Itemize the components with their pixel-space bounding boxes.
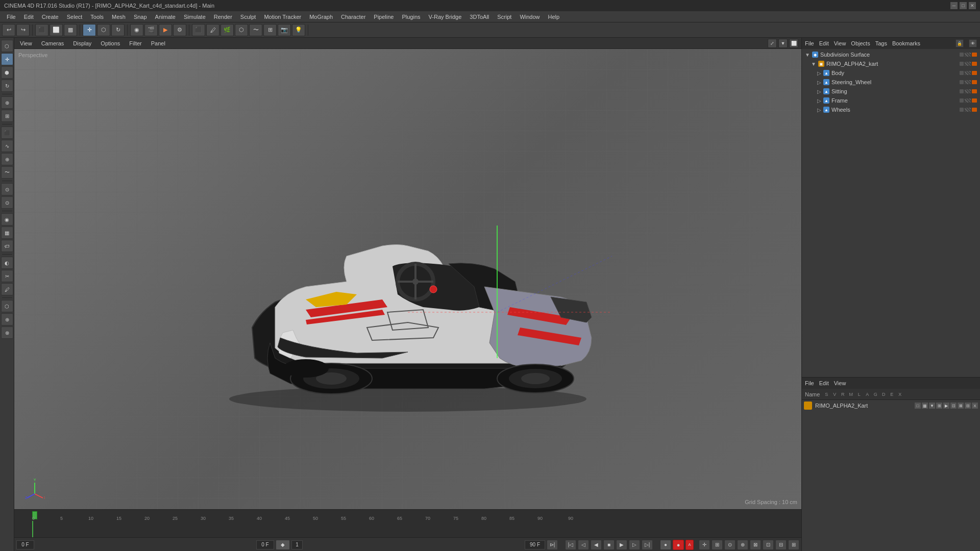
- mat-ctrl-1[interactable]: □: [915, 403, 921, 409]
- menu-item-snap[interactable]: Snap: [130, 13, 151, 21]
- mat-ctrl-9[interactable]: X: [972, 403, 978, 409]
- menu-item-motion-tracker[interactable]: Motion Tracker: [260, 13, 305, 21]
- mat-ctrl-2[interactable]: ▦: [922, 403, 928, 409]
- material-row-kart[interactable]: RIMO_ALPHA2_Kart □ ▦ ▼ ⊞ ▶ ⊡ ⊠ ⊟ X: [802, 400, 980, 411]
- vp-menu-view[interactable]: View: [17, 39, 35, 47]
- hair-btn[interactable]: 🌿: [220, 24, 234, 36]
- render-region-btn[interactable]: 🎬: [144, 24, 158, 36]
- keyframe-btn[interactable]: ◆: [276, 540, 290, 550]
- deform-btn[interactable]: 〜: [249, 24, 262, 36]
- menu-item-3dtoall[interactable]: 3DToAll: [466, 13, 493, 21]
- tree-item-wheels[interactable]: ▷ ▲ Wheels: [803, 105, 979, 114]
- tree-item-kart[interactable]: ▼ ▣ RIMO_ALPHA2_kart: [803, 59, 979, 68]
- tree-item-subdivision[interactable]: ▼ ◆ Subdivision Surface: [803, 50, 979, 59]
- lt-extra1-btn[interactable]: ⬡: [1, 300, 13, 312]
- mat-ctrl-8[interactable]: ⊟: [965, 403, 971, 409]
- tree-item-body[interactable]: ▷ ▲ Body: [803, 68, 979, 78]
- redo-btn[interactable]: ↪: [16, 24, 30, 36]
- mat-ctrl-3[interactable]: ▼: [929, 403, 935, 409]
- vp-menu-filter[interactable]: Filter: [127, 39, 144, 47]
- lt-cube-btn[interactable]: ⬛: [1, 127, 13, 139]
- move-btn[interactable]: ✛: [83, 24, 96, 36]
- menu-item-edit[interactable]: Edit: [20, 13, 37, 21]
- vp-icon-2[interactable]: ▼: [778, 39, 788, 48]
- morph-btn[interactable]: ⬡: [235, 24, 248, 36]
- menu-item-render[interactable]: Render: [210, 13, 236, 21]
- go-end-btn[interactable]: ▷|: [642, 540, 653, 550]
- play-rev-btn[interactable]: ◀: [591, 540, 602, 550]
- w-dot1[interactable]: [960, 108, 964, 112]
- timeline-track[interactable]: [14, 521, 801, 537]
- sw-dot3[interactable]: [972, 80, 977, 84]
- k-dot3[interactable]: [972, 62, 977, 66]
- obj-mode-btn[interactable]: ◉: [130, 24, 143, 36]
- timeline-ctrl-4[interactable]: ⊕: [737, 540, 748, 550]
- f-dot2[interactable]: [965, 98, 971, 103]
- dot3[interactable]: [972, 53, 977, 57]
- menu-item-plugins[interactable]: Plugins: [398, 13, 424, 21]
- record-active-btn[interactable]: ●: [673, 540, 684, 550]
- attr-edit[interactable]: Edit: [819, 380, 829, 386]
- tree-item-frame[interactable]: ▷ ▲ Frame: [803, 96, 979, 105]
- stop-btn[interactable]: ■: [603, 540, 615, 550]
- fps-input[interactable]: 1: [291, 540, 303, 549]
- vp-menu-panel[interactable]: Panel: [149, 39, 168, 47]
- si-dot2[interactable]: [965, 89, 971, 93]
- si-dot3[interactable]: [972, 89, 977, 93]
- menu-item-file[interactable]: File: [3, 13, 19, 21]
- menu-item-pipeline[interactable]: Pipeline: [370, 13, 397, 21]
- maximize-btn[interactable]: □: [960, 2, 967, 9]
- attr-view[interactable]: View: [834, 380, 846, 386]
- vp-icon-1[interactable]: ⤢: [768, 39, 777, 48]
- window-controls[interactable]: ─ □ ✕: [950, 2, 976, 9]
- menu-item-window[interactable]: Window: [516, 13, 543, 21]
- close-btn[interactable]: ✕: [969, 2, 976, 9]
- timeline-ctrl-7[interactable]: ⊟: [775, 540, 787, 550]
- menu-item-character[interactable]: Character: [337, 13, 369, 21]
- scene-tree-bookmarks[interactable]: Bookmarks: [892, 40, 920, 46]
- play-btn[interactable]: ▶: [616, 540, 627, 550]
- camera-btn[interactable]: 📷: [278, 24, 291, 36]
- tree-item-sitting[interactable]: ▷ ▲ Sitting: [803, 87, 979, 96]
- lt-light-btn[interactable]: ⊙: [1, 196, 13, 209]
- menu-item-mograph[interactable]: MoGraph: [306, 13, 336, 21]
- mode-polys-btn[interactable]: ▩: [64, 24, 77, 36]
- current-frame-input[interactable]: 0 F: [256, 540, 274, 549]
- render-btn[interactable]: ▶: [159, 24, 172, 36]
- scale-btn[interactable]: ⬡: [97, 24, 110, 36]
- start-frame-input[interactable]: 0 F: [16, 540, 34, 549]
- vp-menu-options[interactable]: Options: [98, 39, 122, 47]
- lt-move-btn[interactable]: ✛: [1, 53, 13, 65]
- go-start-btn[interactable]: |◁: [565, 540, 576, 550]
- timeline-ctrl-6[interactable]: ⊡: [763, 540, 774, 550]
- lt-deform-btn[interactable]: 〜: [1, 166, 13, 179]
- b-dot2[interactable]: [965, 71, 971, 75]
- auto-key-btn[interactable]: A: [685, 540, 694, 550]
- menu-item-select[interactable]: Select: [63, 13, 86, 21]
- sw-dot1[interactable]: [960, 80, 964, 84]
- scene-tree-lock-icon[interactable]: 🔒: [955, 39, 964, 47]
- attr-file[interactable]: File: [805, 380, 814, 386]
- end-frame-btn[interactable]: ⊳|: [547, 540, 558, 550]
- vp-icon-3[interactable]: ⬜: [789, 39, 798, 48]
- 3d-viewport[interactable]: Perspective Grid Spacing : 10 cm Y X Z: [14, 49, 801, 509]
- menu-item-sculpt[interactable]: Sculpt: [237, 13, 260, 21]
- lt-select-btn[interactable]: ⬡: [1, 40, 13, 52]
- timeline-ctrl-1[interactable]: ✛: [699, 540, 710, 550]
- next-frame-btn[interactable]: ▷: [629, 540, 640, 550]
- lt-axis-btn[interactable]: ⊕: [1, 96, 13, 109]
- scene-tree-objects[interactable]: Objects: [851, 40, 870, 46]
- b-dot1[interactable]: [960, 71, 964, 75]
- f-dot3[interactable]: [972, 98, 977, 103]
- vp-menu-cameras[interactable]: Cameras: [39, 39, 67, 47]
- mat-ctrl-6[interactable]: ⊡: [950, 403, 957, 409]
- w-dot3[interactable]: [972, 108, 977, 112]
- render-settings-btn[interactable]: ⚙: [173, 24, 186, 36]
- lt-spline-btn[interactable]: ∿: [1, 140, 13, 152]
- sw-dot2[interactable]: [965, 80, 971, 84]
- menu-item-v-ray-bridge[interactable]: V-Ray Bridge: [425, 13, 465, 21]
- dot1[interactable]: [960, 53, 964, 57]
- scene-tree-tags[interactable]: Tags: [875, 40, 887, 46]
- cube-btn[interactable]: ⬛: [192, 24, 205, 36]
- timeline-ctrl-8[interactable]: ⊞: [788, 540, 799, 550]
